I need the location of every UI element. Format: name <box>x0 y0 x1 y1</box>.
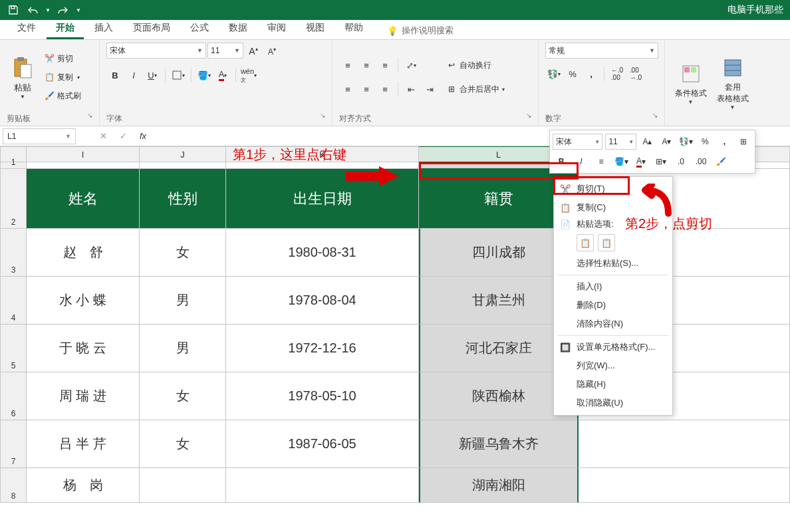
qat-customize[interactable]: ▼ <box>73 1 84 19</box>
ctx-insert[interactable]: 插入(I) <box>554 277 672 296</box>
table-format-button[interactable]: 套用 表格格式▼ <box>714 56 751 110</box>
ctx-unhide[interactable]: 取消隐藏(U) <box>554 394 672 412</box>
grow-font-button[interactable]: A▴ <box>245 43 262 60</box>
mini-comma[interactable]: , <box>716 133 733 150</box>
italic-button[interactable]: I <box>125 66 142 84</box>
align-launcher[interactable]: ↘ <box>526 112 531 124</box>
undo-dropdown[interactable]: ▼ <box>44 1 52 19</box>
enter-formula-button[interactable]: ✓ <box>114 128 132 145</box>
wrap-text-button[interactable]: ↩自动换行 <box>445 58 506 72</box>
align-top-button[interactable]: ≡ <box>339 57 356 74</box>
clipboard-launcher[interactable]: ↘ <box>87 112 92 124</box>
table-row[interactable]: 赵 舒 <box>27 229 140 277</box>
align-bottom-button[interactable]: ≡ <box>376 57 394 74</box>
underline-button[interactable]: U▾ <box>144 66 161 84</box>
row-header-3[interactable]: 3 <box>0 229 27 277</box>
cond-format-button[interactable]: 条件格式▼ <box>672 56 710 110</box>
number-format-combo[interactable]: 常规▼ <box>545 43 658 59</box>
mini-font-size[interactable]: 11▾ <box>605 134 636 150</box>
row-header-7[interactable]: 7 <box>0 420 27 468</box>
row-header-2[interactable]: 2 <box>0 169 27 229</box>
font-color-button[interactable]: A▾ <box>214 66 231 84</box>
align-left-button[interactable]: ≡ <box>339 80 356 98</box>
save-button[interactable] <box>4 1 23 19</box>
col-header-K[interactable]: K <box>226 146 419 162</box>
paste-opt-2[interactable]: 📋 <box>598 234 615 251</box>
paste-button[interactable]: 粘贴 ▼ <box>7 50 39 104</box>
mini-percent[interactable]: % <box>697 133 714 150</box>
row-headers: 1 2 3 4 5 6 7 8 <box>0 162 27 503</box>
cut-button[interactable]: ✂️剪切 <box>43 51 82 66</box>
mini-bold[interactable]: B <box>553 153 570 170</box>
row-header-8[interactable]: 8 <box>0 468 27 503</box>
indent-dec-button[interactable]: ⇤ <box>402 80 420 98</box>
mini-accounting[interactable]: 💱▾ <box>678 133 694 150</box>
ctx-cut[interactable]: ✂️剪切(T) <box>554 180 672 198</box>
ctx-clear[interactable]: 清除内容(N) <box>554 315 672 333</box>
accounting-button[interactable]: 💱▾ <box>545 65 563 82</box>
mini-align[interactable]: ≡ <box>592 153 610 170</box>
shrink-font-button[interactable]: A▾ <box>263 43 281 60</box>
mini-border[interactable]: ⊞▾ <box>652 153 670 170</box>
align-middle-button[interactable]: ≡ <box>358 57 375 74</box>
col-header-I[interactable]: I <box>27 146 140 162</box>
fx-button[interactable]: fx <box>134 128 152 145</box>
row-header-1[interactable]: 1 <box>0 162 27 169</box>
ctx-hide[interactable]: 隐藏(H) <box>554 375 672 394</box>
align-center-button[interactable]: ≡ <box>358 80 375 98</box>
cancel-formula-button[interactable]: ✕ <box>94 128 112 145</box>
ctx-delete[interactable]: 删除(D) <box>554 296 672 315</box>
tab-review[interactable]: 审阅 <box>258 19 295 39</box>
tab-pagelayout[interactable]: 页面布局 <box>124 19 180 39</box>
ctx-copy[interactable]: 📋复制(C) <box>554 198 672 217</box>
dec-decimal-button[interactable]: .00→.0 <box>627 65 644 82</box>
tab-insert[interactable]: 插入 <box>85 19 122 39</box>
row-header-6[interactable]: 6 <box>0 372 27 420</box>
name-box[interactable]: L1▼ <box>3 128 76 144</box>
group-label-clipboard: 剪贴板 <box>7 112 31 124</box>
ctx-paste-special[interactable]: 选择性粘贴(S)... <box>554 254 672 273</box>
tab-formulas[interactable]: 公式 <box>181 19 218 39</box>
redo-button[interactable] <box>53 1 72 19</box>
indent-inc-button[interactable]: ⇥ <box>421 80 438 98</box>
tab-help[interactable]: 帮助 <box>335 19 372 39</box>
mini-dec-dec[interactable]: .00 <box>692 153 710 170</box>
copy-button[interactable]: 📋复制▾ <box>43 70 82 84</box>
mini-merge[interactable]: ⊞ <box>735 133 752 150</box>
tab-file[interactable]: 文件 <box>8 19 45 39</box>
tab-view[interactable]: 视图 <box>297 19 334 39</box>
col-header-J[interactable]: J <box>140 146 226 162</box>
percent-button[interactable]: % <box>564 65 581 82</box>
font-name-combo[interactable]: 宋体▼ <box>106 43 206 59</box>
borders-button[interactable]: ▾ <box>170 66 187 84</box>
phonetic-button[interactable]: wén文▾ <box>240 66 257 84</box>
font-launcher[interactable]: ↘ <box>320 112 325 124</box>
mini-font-name[interactable]: 宋体▾ <box>553 134 602 150</box>
merge-center-button[interactable]: ⊞合并后居中▾ <box>445 82 506 96</box>
tab-home[interactable]: 开始 <box>47 19 84 39</box>
mini-grow-font[interactable]: A▴ <box>639 133 656 150</box>
comma-button[interactable]: , <box>583 65 600 82</box>
ctx-col-width[interactable]: 列宽(W)... <box>554 356 672 375</box>
bold-button[interactable]: B <box>106 66 124 84</box>
mini-italic[interactable]: I <box>573 153 590 170</box>
row-header-5[interactable]: 5 <box>0 325 27 372</box>
font-size-combo[interactable]: 11▼ <box>207 43 243 59</box>
inc-decimal-button[interactable]: ←.0.00 <box>608 65 626 82</box>
align-right-button[interactable]: ≡ <box>376 80 394 98</box>
paste-opt-1[interactable]: 📋 <box>577 234 594 251</box>
ctx-format-cells[interactable]: 🔲设置单元格格式(F)... <box>554 338 672 356</box>
row-header-4[interactable]: 4 <box>0 277 27 325</box>
mini-inc-dec[interactable]: .0 <box>672 153 690 170</box>
number-launcher[interactable]: ↘ <box>652 112 658 124</box>
undo-button[interactable] <box>24 1 43 19</box>
tellme-label[interactable]: 操作说明搜索 <box>402 25 454 37</box>
mini-fill[interactable]: 🪣▾ <box>612 153 630 170</box>
mini-font-color[interactable]: A▾ <box>632 153 650 170</box>
mini-painter[interactable]: 🖌️ <box>712 153 729 170</box>
fill-color-button[interactable]: 🪣▾ <box>196 66 213 84</box>
mini-shrink-font[interactable]: A▾ <box>658 133 675 150</box>
format-painter-button[interactable]: 🖌️格式刷 <box>43 88 82 103</box>
orientation-button[interactable]: ⤢▾ <box>402 57 420 74</box>
tab-data[interactable]: 数据 <box>219 19 257 39</box>
